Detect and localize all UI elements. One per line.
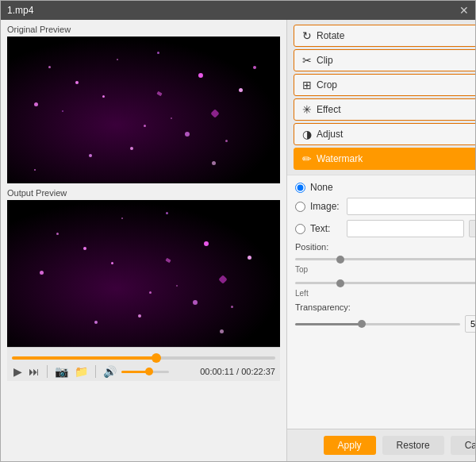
position-v-slider[interactable] xyxy=(295,282,475,284)
adjust-button[interactable]: ◑ Adjust xyxy=(294,123,475,145)
time-separator: / xyxy=(234,367,241,376)
effect-icon: ✳ xyxy=(302,103,312,116)
pos-horizontal-row xyxy=(295,255,475,264)
effect-label: Effect xyxy=(317,104,340,115)
rotate-label: Rotate xyxy=(317,30,344,41)
right-panel: ↻ Rotate ✂ Clip ⊞ Crop ✳ Effect xyxy=(286,20,475,461)
time-total: 00:22:37 xyxy=(241,367,275,376)
crop-label: Crop xyxy=(317,79,337,90)
time-display: 00:00:11 / 00:22:37 xyxy=(200,367,275,376)
watermark-button[interactable]: ✏ Watermark xyxy=(294,148,475,170)
left-label: Left xyxy=(295,289,309,298)
rotate-icon: ↻ xyxy=(302,29,312,42)
pos-v-ends: Left Right xyxy=(295,289,475,298)
transparency-slider[interactable] xyxy=(295,323,460,325)
snapshot-button[interactable]: 📷 xyxy=(53,366,70,377)
controls-bar: ▶ ⏭ 📷 📁 🔊 00:00:11 / 00:22:37 xyxy=(7,347,280,381)
output-preview xyxy=(7,200,280,347)
effect-button[interactable]: ✳ Effect xyxy=(294,98,475,121)
seek-bar-container xyxy=(12,351,275,362)
clip-label: Clip xyxy=(317,55,333,66)
position-h-slider[interactable] xyxy=(295,258,475,260)
text-radio[interactable] xyxy=(295,224,305,234)
divider-2 xyxy=(95,365,96,378)
rotate-button[interactable]: ↻ Rotate xyxy=(294,25,475,47)
time-current: 00:00:11 xyxy=(200,367,234,376)
output-preview-label: Output Preview xyxy=(7,188,280,198)
main-window: 1.mp4 ✕ Original Preview xyxy=(0,0,476,462)
transparency-row: 50% 25% 75% 100% xyxy=(295,315,475,333)
left-panel: Original Preview xyxy=(1,20,286,461)
volume-button[interactable]: 🔊 xyxy=(102,366,118,377)
apply-button[interactable]: Apply xyxy=(324,436,376,455)
play-button[interactable]: ▶ xyxy=(12,366,24,377)
bottom-bar: Apply Restore Cancel xyxy=(287,429,475,461)
image-option: Image: ⋯ xyxy=(295,198,475,215)
cancel-button[interactable]: Cancel xyxy=(451,436,475,455)
volume-slider[interactable] xyxy=(121,371,169,373)
close-button[interactable]: ✕ xyxy=(459,4,469,17)
output-video-bg xyxy=(7,200,280,347)
transparency-label: Transparency: xyxy=(295,302,475,312)
image-label: Image: xyxy=(310,201,342,212)
original-preview-label: Original Preview xyxy=(7,25,280,34)
restore-button[interactable]: Restore xyxy=(382,436,444,455)
folder-button[interactable]: 📁 xyxy=(73,366,90,377)
pos-h-ends: Top Bottom xyxy=(295,265,475,274)
top-label: Top xyxy=(295,265,308,274)
original-video-bg xyxy=(7,37,280,183)
divider-1 xyxy=(47,365,48,378)
adjust-icon: ◑ xyxy=(302,128,312,141)
position-label: Position: xyxy=(295,242,475,252)
text-format-button[interactable]: T xyxy=(469,220,475,237)
window-title: 1.mp4 xyxy=(7,5,33,16)
watermark-icon: ✏ xyxy=(302,152,312,165)
text-label: Text: xyxy=(310,223,342,234)
none-label: None xyxy=(310,182,342,193)
none-option: None xyxy=(295,182,475,193)
none-radio[interactable] xyxy=(295,183,305,193)
text-input[interactable] xyxy=(347,220,464,237)
crop-button[interactable]: ⊞ Crop xyxy=(294,74,475,96)
original-preview xyxy=(7,37,280,183)
fast-forward-button[interactable]: ⏭ xyxy=(27,366,41,377)
pos-vertical-row xyxy=(295,279,475,287)
title-bar: 1.mp4 ✕ xyxy=(1,1,475,20)
adjust-label: Adjust xyxy=(317,129,343,140)
seek-bar[interactable] xyxy=(12,356,275,360)
clip-icon: ✂ xyxy=(302,54,312,67)
image-radio[interactable] xyxy=(295,202,305,212)
watermark-label: Watermark xyxy=(317,153,363,164)
clip-button[interactable]: ✂ Clip xyxy=(294,49,475,71)
controls-row: ▶ ⏭ 📷 📁 🔊 00:00:11 / 00:22:37 xyxy=(12,365,275,378)
watermark-panel: None Image: ⋯ Text: T ▦ P xyxy=(287,175,475,429)
main-area: Original Preview xyxy=(1,20,475,461)
text-option: Text: T ▦ xyxy=(295,220,475,237)
crop-icon: ⊞ xyxy=(302,79,312,91)
image-input[interactable] xyxy=(347,198,475,215)
transparency-select[interactable]: 50% 25% 75% 100% xyxy=(465,315,475,333)
tool-buttons: ↻ Rotate ✂ Clip ⊞ Crop ✳ Effect xyxy=(287,20,475,175)
